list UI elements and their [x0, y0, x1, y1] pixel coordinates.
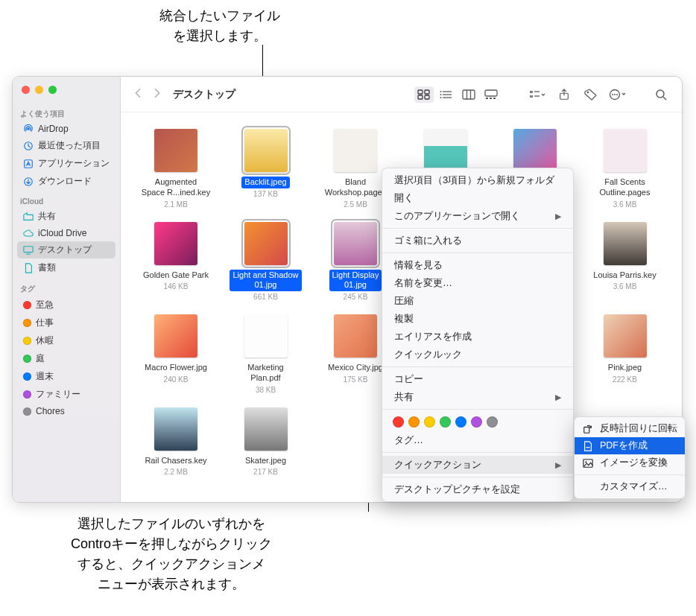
- menu-item-label: 開く: [394, 191, 414, 205]
- svg-point-13: [440, 91, 442, 92]
- airdrop-icon: [23, 124, 34, 134]
- file-item[interactable]: Augmented Space R...ined.key 2.1 MB: [134, 123, 218, 209]
- sidebar-item-clock-icon[interactable]: 最近使った項目: [17, 137, 116, 154]
- svg-rect-8: [418, 95, 423, 99]
- search-button[interactable]: [651, 86, 671, 103]
- column-view-button[interactable]: [459, 86, 478, 103]
- tag-color-dot[interactable]: [440, 416, 451, 428]
- file-item[interactable]: Backlit.jpeg 137 KB: [224, 123, 308, 209]
- sidebar-item-download-icon[interactable]: ダウンロード: [17, 173, 116, 190]
- menu-item[interactable]: 情報を見る: [382, 256, 573, 274]
- file-thumbnail-wrap: [224, 308, 308, 358]
- file-name: Marketing Plan.pdf: [244, 362, 286, 384]
- tag-color-dot[interactable]: [408, 416, 420, 428]
- menu-item-label: デスクトップピクチャを設定: [394, 483, 520, 496]
- menu-item[interactable]: 開く: [382, 189, 573, 207]
- location-title: デスクトップ: [173, 88, 235, 101]
- chevron-right-icon: ▶: [555, 460, 561, 470]
- file-name: Mexico City.jpg: [325, 362, 386, 374]
- submenu-item[interactable]: PDFを作成: [575, 437, 685, 454]
- tags-button[interactable]: [581, 86, 601, 103]
- tag-color-dot[interactable]: [455, 416, 466, 428]
- menu-item-label: クイックルック: [394, 348, 462, 361]
- file-thumbnail-wrap: [583, 308, 667, 358]
- menu-item[interactable]: 共有 ▶: [382, 388, 573, 406]
- sidebar-tag-item[interactable]: 休暇: [17, 332, 116, 349]
- menu-item[interactable]: このアプリケーションで開く ▶: [382, 207, 573, 225]
- submenu-item[interactable]: イメージを変換: [575, 454, 685, 471]
- file-name: Rail Chasers.key: [142, 455, 209, 467]
- menu-item-label: 情報を見る: [394, 258, 443, 272]
- file-thumbnail: [154, 407, 197, 451]
- file-item[interactable]: Skater.jpeg 217 KB: [224, 401, 308, 477]
- more-button[interactable]: [608, 86, 627, 103]
- zoom-button[interactable]: [48, 86, 57, 94]
- sidebar-item-icloud-icon[interactable]: iCloud Drive: [17, 226, 116, 241]
- sidebar-tag-item[interactable]: 週末: [17, 368, 116, 385]
- menu-item[interactable]: ゴミ箱に入れる: [382, 232, 573, 250]
- menu-item[interactable]: エイリアスを作成: [382, 328, 573, 346]
- submenu-item[interactable]: 反時計回りに回転: [575, 420, 685, 437]
- file-name: Light and Shadow 01.jpg: [230, 270, 301, 292]
- file-item[interactable]: Fall Scents Outline.pages 3.6 MB: [583, 123, 667, 209]
- file-item[interactable]: Pink.jpeg 222 KB: [583, 308, 667, 394]
- sidebar-item-app-icon[interactable]: アプリケーション: [17, 155, 116, 172]
- menu-item[interactable]: デスクトップピクチャを設定: [382, 480, 573, 498]
- toolbar: デスクトップ: [121, 77, 682, 112]
- sidebar-heading-icloud: iCloud: [13, 194, 120, 207]
- svg-rect-23: [530, 91, 533, 93]
- gallery-view-button[interactable]: [481, 86, 501, 103]
- tag-color-dot[interactable]: [487, 416, 498, 428]
- list-view-button[interactable]: [437, 86, 456, 103]
- minimize-button[interactable]: [35, 86, 43, 94]
- menu-item[interactable]: クイックアクション ▶: [382, 456, 573, 474]
- sidebar-item-documents-icon[interactable]: 書類: [17, 259, 116, 276]
- tag-color-dot[interactable]: [471, 416, 482, 428]
- share-button[interactable]: [554, 86, 574, 103]
- tag-color-dot[interactable]: [424, 416, 435, 428]
- submenu-item[interactable]: カスタマイズ…: [575, 478, 685, 495]
- file-item[interactable]: Golden Gate Park 146 KB: [134, 216, 218, 302]
- icon-view-button[interactable]: [414, 86, 434, 103]
- file-item[interactable]: Louisa Parris.key 3.6 MB: [583, 216, 667, 302]
- sidebar-tag-item[interactable]: ファミリー: [17, 386, 116, 403]
- sidebar-item-airdrop-icon[interactable]: AirDrop: [17, 121, 116, 136]
- menu-item[interactable]: 圧縮: [382, 292, 573, 310]
- menu-item[interactable]: タグ…: [382, 431, 573, 449]
- svg-rect-4: [24, 246, 33, 252]
- file-size: 661 KB: [224, 293, 308, 301]
- sidebar-item-shared-icon[interactable]: 共有: [17, 208, 116, 225]
- file-item[interactable]: Rail Chasers.key 2.2 MB: [134, 401, 218, 477]
- menu-item[interactable]: 複製: [382, 310, 573, 328]
- sidebar-tag-item[interactable]: Chores: [17, 404, 116, 419]
- sidebar-tag-item[interactable]: 仕事: [17, 314, 116, 331]
- group-button[interactable]: [528, 86, 547, 103]
- file-item[interactable]: Marketing Plan.pdf 38 KB: [224, 308, 308, 394]
- file-item[interactable]: Light and Shadow 01.jpg 661 KB: [224, 216, 308, 302]
- menu-item[interactable]: コピー: [382, 370, 573, 388]
- menu-item[interactable]: クイックルック: [382, 346, 573, 363]
- rotate-icon: [582, 424, 594, 434]
- file-thumbnail: [334, 314, 377, 358]
- forward-button[interactable]: [151, 88, 164, 101]
- back-button[interactable]: [131, 88, 145, 101]
- sidebar-tag-item[interactable]: 至急: [17, 296, 116, 314]
- sidebar-item-label: 最近使った項目: [38, 139, 101, 152]
- sidebar-tag-item[interactable]: 庭: [17, 350, 116, 367]
- tag-color-dot[interactable]: [393, 416, 404, 428]
- menu-separator: [382, 228, 573, 229]
- menu-separator: [575, 474, 685, 475]
- icloud-icon: [23, 228, 34, 238]
- menu-item[interactable]: 選択項目（3項目）から新規フォルダ: [382, 171, 573, 189]
- menu-tag-row: [382, 413, 573, 431]
- file-size: 3.6 MB: [583, 200, 667, 209]
- menu-item-label: 選択項目（3項目）から新規フォルダ: [394, 174, 554, 187]
- sidebar-item-desktop-icon[interactable]: デスクトップ: [17, 241, 116, 258]
- menu-item[interactable]: 名前を変更…: [382, 274, 573, 292]
- file-item[interactable]: Macro Flower.jpg 240 KB: [134, 308, 218, 394]
- menu-separator: [382, 409, 573, 410]
- svg-point-33: [657, 90, 664, 98]
- close-button[interactable]: [22, 86, 30, 94]
- sidebar-item-label: iCloud Drive: [38, 228, 86, 238]
- file-thumbnail: [334, 129, 377, 172]
